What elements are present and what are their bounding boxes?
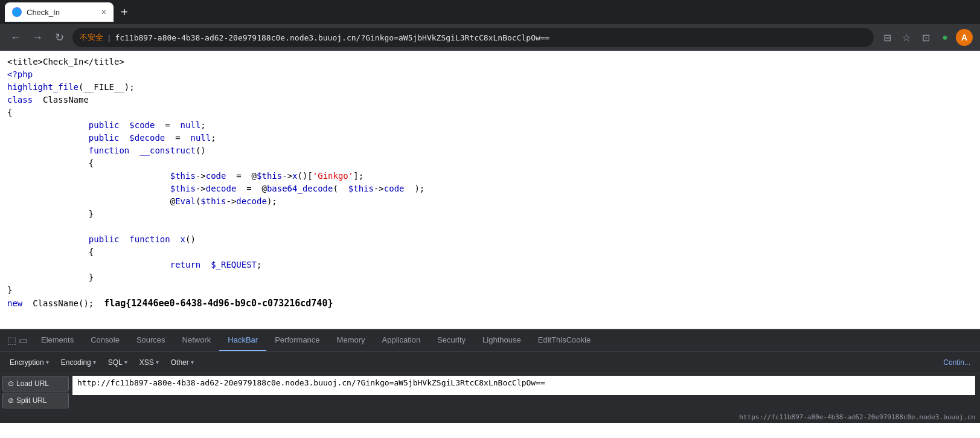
xss-menu-button[interactable]: XSS ▾ <box>135 355 164 370</box>
hackbar-url-area: ⊙ Load URL ⊘ Split URL <box>0 373 980 411</box>
load-url-label: Load URL <box>16 379 49 388</box>
extensions-icon[interactable]: ● <box>937 29 953 46</box>
sql-menu-button[interactable]: SQL ▾ <box>103 355 132 370</box>
encryption-arrow: ▾ <box>46 359 49 366</box>
translate-icon[interactable]: ⊟ <box>879 29 895 46</box>
hackbar-toolbar: Encryption ▾ Encoding ▾ SQL ▾ XSS ▾ Othe… <box>0 351 980 373</box>
xss-arrow: ▾ <box>156 359 159 366</box>
active-tab[interactable]: 🌐 Check_In × <box>5 2 114 22</box>
encryption-menu-button[interactable]: Encryption ▾ <box>5 355 54 370</box>
tab-title: Check_In <box>27 8 60 17</box>
tab-sources[interactable]: Sources <box>128 329 174 351</box>
code-line: } <box>7 284 973 297</box>
code-line: <?php <box>7 68 973 81</box>
hackbar-left-buttons: ⊙ Load URL ⊘ Split URL <box>2 376 69 408</box>
code-line: highlight_file(__FILE__); <box>7 81 973 94</box>
code-line: { <box>7 157 973 170</box>
tab-editthiscookie[interactable]: EditThisCookie <box>530 329 599 351</box>
tab-network[interactable]: Network <box>174 329 220 351</box>
url-input[interactable] <box>72 376 975 395</box>
encoding-label: Encoding <box>61 358 91 367</box>
encoding-menu-button[interactable]: Encoding ▾ <box>56 355 101 370</box>
code-line: <title>Check_In</title> <box>7 56 973 68</box>
toolbar-icons: ⊟ ☆ ⊡ ● A <box>879 29 973 46</box>
sql-arrow: ▾ <box>124 359 127 366</box>
tab-hackbar[interactable]: HackBar <box>219 329 266 351</box>
tab-performance[interactable]: Performance <box>266 329 328 351</box>
code-line: public $decode = null; <box>7 132 973 144</box>
address-bar-row: ← → ↻ 不安全 | fc11b897-a80e-4b38-ad62-20e9… <box>0 24 980 51</box>
status-bar: https://fc11b897-a80e-4b38-ad62-20e97918… <box>0 411 980 423</box>
address-box[interactable]: 不安全 | fc11b897-a80e-4b38-ad62-20e979188c… <box>72 28 874 47</box>
refresh-button[interactable]: ↻ <box>51 29 68 46</box>
browser-chrome: 🌐 Check_In × + <box>0 0 980 24</box>
profile-avatar[interactable]: A <box>956 29 973 46</box>
split-url-button[interactable]: ⊘ Split URL <box>2 393 69 408</box>
code-line: public function x() <box>7 233 973 246</box>
inspect-icon[interactable]: ▭ <box>19 335 28 346</box>
continue-button[interactable]: Contin... <box>943 358 975 367</box>
cursor-icon[interactable]: ⬚ <box>7 335 16 346</box>
split-url-icon: ⊘ <box>8 396 14 405</box>
code-line: function __construct() <box>7 144 973 157</box>
address-url: fc11b897-a80e-4b38-ad62-20e979188c0e.nod… <box>115 33 549 42</box>
page-content: <title>Check_In</title> <?php highlight_… <box>0 51 980 329</box>
encryption-label: Encryption <box>10 358 44 367</box>
devtools-tab-bar: ⬚ ▭ Elements Console Sources Network Hac… <box>0 329 980 351</box>
devtools-icons: ⬚ ▭ <box>2 335 33 346</box>
tab-security[interactable]: Security <box>429 329 474 351</box>
new-tab-button[interactable]: + <box>116 5 133 19</box>
code-line-flag: new ClassName(); flag{12446ee0-6438-4d96… <box>7 297 973 311</box>
code-line <box>7 221 973 233</box>
split-url-label: Split URL <box>16 396 47 405</box>
tab-lighthouse[interactable]: Lighthouse <box>474 329 530 351</box>
tab-close-button[interactable]: × <box>101 7 106 17</box>
tab-console[interactable]: Console <box>82 329 128 351</box>
code-line: { <box>7 246 973 259</box>
code-line: $this->decode = @base64_decode( $this->c… <box>7 182 973 195</box>
tab-favicon: 🌐 <box>12 7 22 17</box>
encoding-arrow: ▾ <box>93 359 96 366</box>
code-line: return $_REQUEST; <box>7 259 973 271</box>
other-label: Other <box>171 358 189 367</box>
tab-application[interactable]: Application <box>374 329 429 351</box>
status-url: https://fc11b897-a80e-4b38-ad62-20e97918… <box>739 413 975 421</box>
tab-memory[interactable]: Memory <box>328 329 374 351</box>
code-line: { <box>7 106 973 119</box>
sql-label: SQL <box>108 358 123 367</box>
screenshot-icon[interactable]: ⊡ <box>917 29 934 46</box>
code-line: class ClassName <box>7 94 973 106</box>
load-url-button[interactable]: ⊙ Load URL <box>2 376 69 391</box>
bookmark-icon[interactable]: ☆ <box>898 29 915 46</box>
tab-elements[interactable]: Elements <box>33 329 82 351</box>
code-line: } <box>7 208 973 221</box>
code-line: $this->code = @$this->x()['Ginkgo']; <box>7 170 973 182</box>
back-button[interactable]: ← <box>7 29 24 46</box>
tab-bar: 🌐 Check_In × + <box>5 2 133 22</box>
forward-button[interactable]: → <box>29 29 46 46</box>
code-line: @Eval($this->decode); <box>7 195 973 208</box>
address-separator: | <box>108 33 110 42</box>
devtools-panel: ⬚ ▭ Elements Console Sources Network Hac… <box>0 329 980 423</box>
load-url-icon: ⊙ <box>8 379 14 388</box>
code-line: public $code = null; <box>7 119 973 132</box>
xss-label: XSS <box>139 358 154 367</box>
other-menu-button[interactable]: Other ▾ <box>166 355 199 370</box>
security-warning: 不安全 <box>80 32 103 43</box>
other-arrow: ▾ <box>191 359 194 366</box>
code-line: } <box>7 271 973 284</box>
